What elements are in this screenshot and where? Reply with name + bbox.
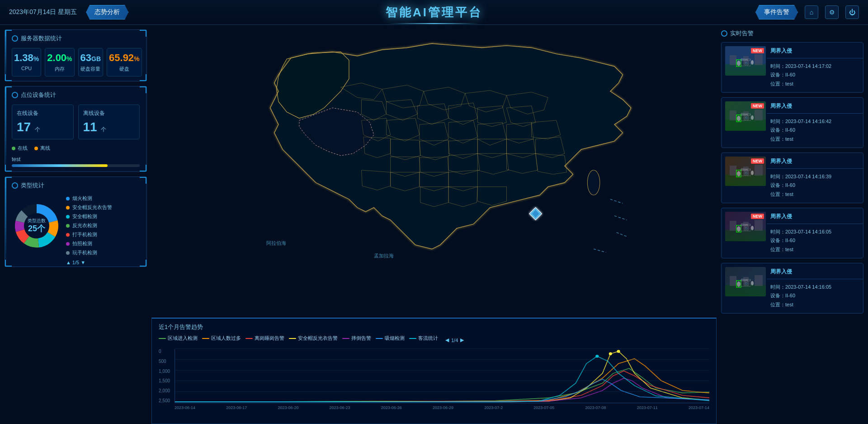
offline-unit: 个 xyxy=(101,126,106,133)
legend-name: 离岗睡岗告警 xyxy=(255,335,284,342)
legend-line-color xyxy=(376,338,383,339)
x-axis-label: 2023-06-29 xyxy=(433,405,453,410)
alert-card[interactable]: NEW 周界入侵 时间：2023-07-14 14:16:39 设备：II-60… xyxy=(721,152,863,203)
home-icon-button[interactable]: ⌂ xyxy=(805,5,818,19)
online-device-item: 在线设备 17 个 xyxy=(12,105,74,139)
y-axis-label: 2,000 xyxy=(159,388,175,393)
online-count: 17 xyxy=(17,120,31,134)
x-axis-label: 2023-07-11 xyxy=(637,405,658,410)
svg-rect-57 xyxy=(755,275,763,286)
online-legend-label: 在线 xyxy=(18,145,28,152)
settings-icon-button[interactable]: ⚙ xyxy=(825,5,839,19)
y-axis-label: 500 xyxy=(159,359,175,364)
type-page-prev[interactable]: ▲ xyxy=(66,260,71,265)
svg-rect-46 xyxy=(725,230,766,241)
legend-line-color xyxy=(289,338,296,339)
grid-line-4 xyxy=(175,359,709,360)
svg-rect-38 xyxy=(725,175,766,186)
grid-line-2 xyxy=(175,381,709,381)
progress-fill xyxy=(12,164,108,167)
alert-card[interactable]: 周界入侵 时间：2023-07-14 14:16:05 设备：II-60 位置：… xyxy=(721,263,863,314)
alert-device: 设备：II-60 xyxy=(770,236,859,245)
power-icon-button[interactable]: ⏻ xyxy=(845,5,859,19)
svg-rect-48 xyxy=(743,222,749,231)
device-stats-box: 点位设备统计 在线设备 17 个 离线设备 11 个 在线 xyxy=(5,86,147,172)
svg-rect-54 xyxy=(725,285,766,296)
alert-thumbnail: NEW xyxy=(725,101,766,131)
alert-separator xyxy=(767,168,863,169)
chart-legend-item: 吸烟检测 xyxy=(376,335,405,342)
server-stats-box: 服务器数据统计 1.38% CPU 2.00% 内存 63GB 硬盘容量 xyxy=(5,29,147,81)
power-icon: ⏻ xyxy=(849,9,855,16)
mem-stat: 2.00% 内存 xyxy=(45,48,74,76)
chart-next-icon[interactable]: ▶ xyxy=(460,337,464,343)
chart-prev-icon[interactable]: ◀ xyxy=(445,337,449,343)
type-page-indicator: 1/5 xyxy=(72,260,79,265)
legend-line-color xyxy=(202,338,209,339)
x-axis-label: 2023-06-23 xyxy=(330,405,350,410)
mem-label: 内存 xyxy=(47,66,72,72)
donut-total-count: 25个 xyxy=(28,224,46,234)
mem-value: 2.00% xyxy=(47,52,72,64)
svg-rect-47 xyxy=(730,221,736,231)
cpu-label: CPU xyxy=(14,66,39,71)
cpu-value: 1.38% xyxy=(14,52,39,64)
svg-point-59 xyxy=(751,281,754,286)
camera-preview-svg xyxy=(725,267,766,296)
alert-type: 周界入侵 xyxy=(770,46,859,56)
x-axis-label: 2023-07-08 xyxy=(585,405,606,410)
donut-total-label: 类型总数 xyxy=(28,218,46,224)
legend-name: 安全帽反光衣告警 xyxy=(298,335,338,342)
alert-card[interactable]: NEW 周界入侵 时间：2023-07-14 14:16:05 设备：II-60… xyxy=(721,208,863,258)
progress-bar xyxy=(12,164,140,167)
left-panel: 服务器数据统计 1.38% CPU 2.00% 内存 63GB 硬盘容量 xyxy=(0,25,151,424)
svg-rect-55 xyxy=(730,276,736,286)
type-name: 拍照检测 xyxy=(72,240,92,247)
analysis-button[interactable]: 态势分析 xyxy=(86,5,128,19)
x-axis-label: 2023-06-17 xyxy=(226,405,247,410)
alert-thumbnail: NEW xyxy=(725,46,766,76)
type-list-item: 烟火检测 xyxy=(66,195,140,202)
svg-rect-32 xyxy=(743,111,749,120)
x-axis-label: 2023-06-26 xyxy=(381,405,402,410)
type-name: 反光衣检测 xyxy=(72,222,97,229)
offline-label: 离线设备 xyxy=(83,110,135,117)
type-list-item: 反光衣检测 xyxy=(66,222,140,229)
china-map-svg: 阿拉伯海 孟加拉海 xyxy=(151,25,717,315)
chart-area xyxy=(175,349,709,403)
y-axis-label: 1,000 xyxy=(159,369,175,374)
server-stats-grid: 1.38% CPU 2.00% 内存 63GB 硬盘容量 65.92% xyxy=(12,48,140,76)
alert-type: 周界入侵 xyxy=(770,157,859,167)
alert-separator xyxy=(767,58,863,58)
alert-location: 位置：test xyxy=(770,300,859,310)
alert-button[interactable]: 事件告警 xyxy=(755,5,798,19)
type-page-next[interactable]: ▼ xyxy=(80,260,85,265)
svg-point-34 xyxy=(737,116,741,121)
type-dot xyxy=(66,251,70,255)
svg-point-26 xyxy=(737,61,741,66)
svg-rect-25 xyxy=(755,54,763,65)
new-badge: NEW xyxy=(751,103,764,109)
online-legend: 在线 xyxy=(12,145,28,152)
legend-line-color xyxy=(245,338,253,339)
alert-device: 设备：II-60 xyxy=(770,126,859,135)
chart-page-indicator: 1/4 xyxy=(451,338,458,343)
disk-stat: 63GB 硬盘容量 xyxy=(78,48,103,76)
alert-card[interactable]: NEW 周界入侵 时间：2023-07-14 14:17:02 设备：II-60… xyxy=(721,42,863,93)
location-bar: test xyxy=(12,156,140,167)
alert-location: 位置：test xyxy=(770,80,859,89)
type-dot xyxy=(66,206,70,210)
svg-rect-49 xyxy=(755,220,763,231)
disk2-stat: 65.92% 硬盘 xyxy=(107,48,142,76)
device-stats-title: 点位设备统计 xyxy=(12,91,140,99)
alert-location: 位置：test xyxy=(770,245,859,254)
alert-card[interactable]: NEW 周界入侵 时间：2023-07-14 14:16:42 设备：II-60… xyxy=(721,97,863,148)
x-axis-label: 2023-06-20 xyxy=(278,405,298,410)
type-dot xyxy=(66,224,70,228)
chart-legend-item: 客流统计 xyxy=(409,335,438,342)
type-stats-title: 类型统计 xyxy=(12,181,140,190)
device-legend: 在线 离线 xyxy=(12,145,140,152)
alert-info: 周界入侵 时间：2023-07-14 14:16:42 设备：II-60 位置：… xyxy=(770,101,859,144)
offline-dot xyxy=(34,147,38,150)
type-list-item: 安全帽检测 xyxy=(66,213,140,220)
